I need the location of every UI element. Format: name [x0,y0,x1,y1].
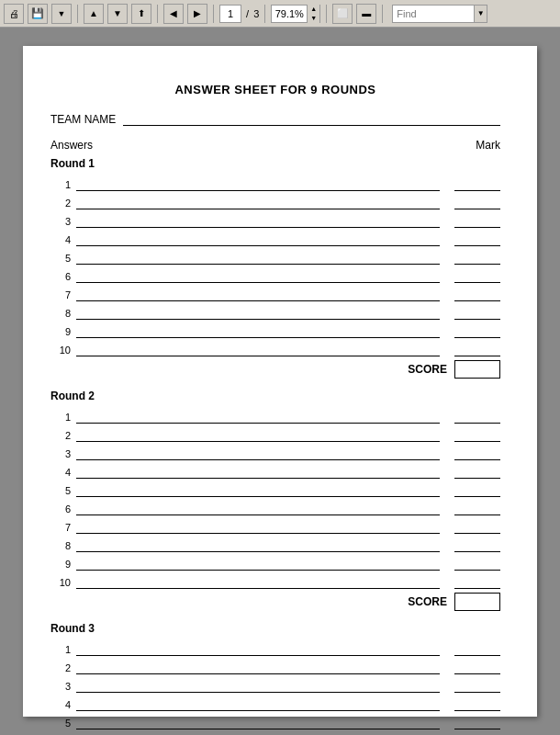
toolbar: 🖨 💾 ▼ ▲ ▼ ⬆ ◀ ▶ / 3 ▲ ▼ ⬜ ▬ ▼ [0,0,560,28]
answer-line [76,323,440,338]
answer-line [76,446,440,460]
row-num: 5 [50,485,76,497]
mark-line [454,195,500,209]
nav-next-button[interactable]: ▶ [187,4,207,24]
separator-1 [77,5,78,23]
row-num: 4 [50,699,76,711]
row-num: 8 [50,308,76,320]
answer-line [76,250,440,265]
fit-width-button[interactable]: ▬ [356,4,376,24]
row-num: 5 [50,253,76,265]
mark-line [454,305,500,320]
mark-line [454,250,500,265]
mark-line [454,464,500,479]
mark-line [454,342,500,356]
answer-line [76,342,440,356]
round-2-section: Round 2 1 2 3 4 5 6 7 8 9 10 SCORE [50,390,500,611]
answer-line [76,195,440,209]
answer-line [76,409,440,424]
answer-line [76,537,440,552]
round-1-rows: 1 2 3 4 5 6 7 8 9 10 [50,174,500,356]
table-row: 4 [50,229,500,246]
mark-line [454,427,500,442]
answer-line [76,268,440,283]
mark-line [454,678,500,693]
answer-line [76,427,440,442]
separator-4 [264,5,265,23]
answer-line [76,482,440,497]
table-row: 9 [50,553,500,571]
mark-line [454,660,500,674]
page-title: ANSWER SHEET FOR 9 ROUNDS [50,83,500,96]
table-row: 8 [50,535,500,552]
row-num: 9 [50,559,76,571]
row-num: 9 [50,326,76,338]
separator-6 [382,5,383,23]
mark-line [454,213,500,228]
table-row: 8 [50,302,500,320]
table-row: 10 [50,339,500,356]
table-row: 7 [50,516,500,534]
row-num: 1 [50,644,76,656]
table-row: 3 [50,675,500,693]
mark-line [454,641,500,656]
table-row: 7 [50,284,500,301]
answer-line [76,556,440,571]
page-current-input[interactable] [219,5,241,23]
zoom-input[interactable] [272,8,307,19]
round-1-label: Round 1 [50,157,500,170]
answer-line [76,464,440,479]
document-area: ANSWER SHEET FOR 9 ROUNDS TEAM NAME Answ… [0,28,560,735]
page-input-group: / 3 [219,5,259,23]
answer-line [76,287,440,301]
score-label: SCORE [408,363,447,376]
row-num: 2 [50,198,76,209]
find-dropdown-button[interactable]: ▼ [475,5,487,23]
mark-line [454,519,500,534]
separator-2 [157,5,158,23]
answer-line [76,501,440,515]
table-row: 5 [50,247,500,265]
mark-line [454,268,500,283]
nav-first-button[interactable]: ⬆ [131,4,151,24]
team-name-line [123,113,500,126]
extra-button[interactable]: ▼ [51,4,72,24]
find-input[interactable] [392,5,475,23]
row-num: 3 [50,216,76,228]
nav-up-button[interactable]: ▲ [84,4,104,24]
table-row: 6 [50,498,500,515]
row-num: 4 [50,234,76,246]
table-row: 9 [50,321,500,338]
nav-down-button[interactable]: ▼ [107,4,128,24]
row-num: 4 [50,467,76,479]
zoom-group: ▲ ▼ [271,5,320,23]
score-label: SCORE [408,595,447,608]
document-page: ANSWER SHEET FOR 9 ROUNDS TEAM NAME Answ… [23,46,537,717]
round-1-score-box [454,360,500,379]
row-num: 10 [50,345,76,356]
answers-mark-header: Answers Mark [50,139,500,152]
table-row: 1 [50,639,500,656]
zoom-down-arrow[interactable]: ▼ [308,14,319,23]
save-button[interactable]: 💾 [28,4,48,24]
table-row: 2 [50,192,500,209]
zoom-arrow[interactable]: ▲ ▼ [307,5,319,23]
row-num: 7 [50,289,76,301]
table-row: 5 [50,712,500,729]
table-row: 3 [50,443,500,460]
row-num: 1 [50,179,76,191]
answer-line [76,574,440,589]
table-row: 10 [50,571,500,589]
fit-page-button[interactable]: ⬜ [332,4,353,24]
table-row: 2 [50,424,500,442]
print-button[interactable]: 🖨 [4,4,24,24]
mark-line [454,501,500,515]
round-3-label: Round 3 [50,622,500,635]
answer-line [76,660,440,674]
page-total: 3 [253,8,259,19]
nav-prev-button[interactable]: ◀ [163,4,184,24]
zoom-up-arrow[interactable]: ▲ [308,5,319,14]
answer-line [76,213,440,228]
table-row: 4 [50,694,500,711]
round-1-section: Round 1 1 2 3 4 5 6 7 8 9 10 SCORE [50,157,500,379]
